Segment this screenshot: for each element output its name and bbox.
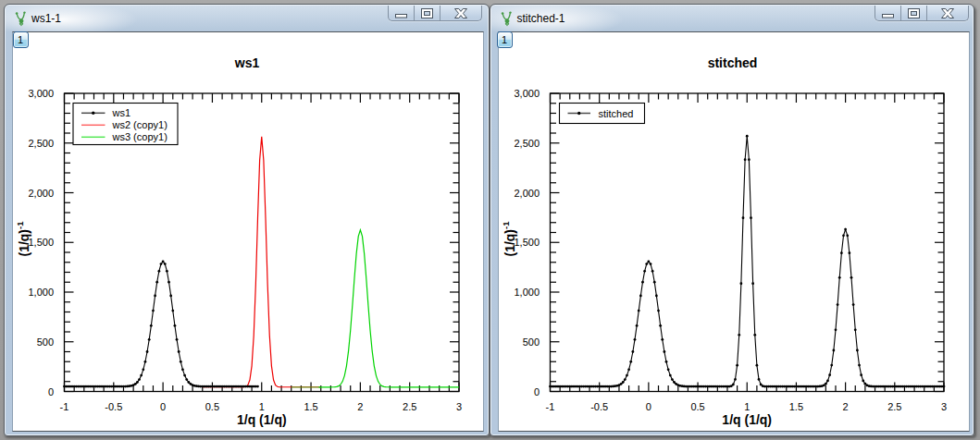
svg-text:1,000: 1,000 bbox=[514, 287, 540, 298]
svg-text:-1: -1 bbox=[546, 401, 555, 412]
svg-text:0: 0 bbox=[534, 386, 540, 397]
svg-text:3: 3 bbox=[941, 401, 947, 412]
svg-text:-0.5: -0.5 bbox=[590, 401, 608, 412]
svg-text:500: 500 bbox=[523, 336, 540, 348]
svg-text:stitched: stitched bbox=[708, 55, 758, 70]
svg-text:(1/q)-1: (1/q)-1 bbox=[501, 221, 517, 257]
svg-text:1,500: 1,500 bbox=[514, 237, 540, 248]
svg-text:1/q (1/q): 1/q (1/q) bbox=[722, 412, 772, 427]
svg-text:2,000: 2,000 bbox=[514, 188, 540, 199]
svg-text:2.5: 2.5 bbox=[887, 401, 901, 412]
svg-text:stitched: stitched bbox=[599, 108, 634, 119]
svg-text:0.5: 0.5 bbox=[690, 401, 704, 412]
svg-text:2,500: 2,500 bbox=[514, 138, 540, 149]
svg-text:3,000: 3,000 bbox=[514, 88, 540, 99]
svg-text:1: 1 bbox=[744, 401, 750, 412]
svg-text:1.5: 1.5 bbox=[789, 401, 803, 412]
svg-text:0: 0 bbox=[646, 401, 651, 412]
svg-text:2: 2 bbox=[843, 401, 849, 412]
